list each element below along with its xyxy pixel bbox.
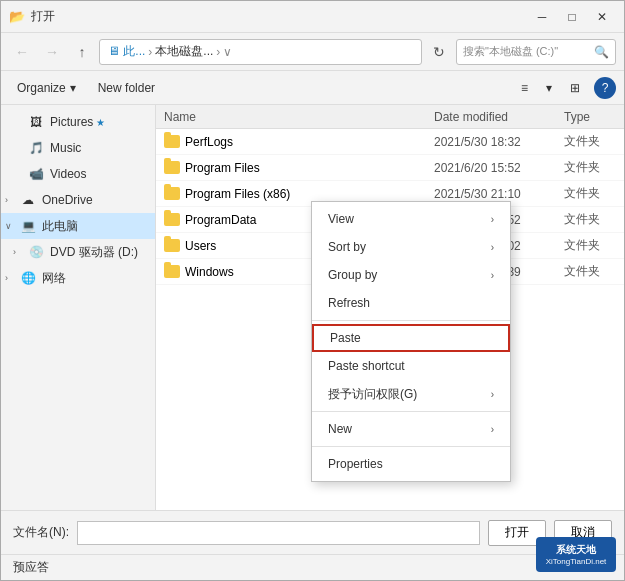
grid-view-button[interactable]: ⊞ [562, 75, 588, 101]
dvd-icon: 💿 [27, 243, 45, 261]
context-menu: View › Sort by › Group by › Refresh Past… [311, 201, 511, 482]
file-type: 文件夹 [564, 211, 624, 228]
pinned-icon: ★ [96, 117, 105, 128]
videos-icon: 📹 [27, 165, 45, 183]
title-controls: ─ □ ✕ [528, 3, 616, 31]
expand-arrow: › [5, 195, 19, 205]
table-row[interactable]: Program Files 2021/6/20 15:52 文件夹 [156, 155, 624, 181]
path-part-1: 🖥 此... [108, 43, 145, 60]
file-dialog-window: 📂 打开 ─ □ ✕ ← → ↑ 🖥 此... › 本地磁盘... › ∨ ↻ … [0, 0, 625, 581]
filename-label: 文件名(N): [13, 524, 69, 541]
close-button[interactable]: ✕ [588, 3, 616, 31]
watermark-line2: XiTongTianDi.net [546, 557, 607, 566]
file-type: 文件夹 [564, 185, 624, 202]
submenu-arrow: › [491, 242, 494, 253]
folder-icon [164, 187, 180, 200]
help-button[interactable]: ? [594, 77, 616, 99]
file-type: 文件夹 [564, 263, 624, 280]
sidebar-item-network[interactable]: › 🌐 网络 [1, 265, 155, 291]
context-menu-separator [312, 411, 510, 412]
filename-input[interactable] [77, 521, 480, 545]
context-menu-properties[interactable]: Properties [312, 450, 510, 478]
context-menu-refresh[interactable]: Refresh [312, 289, 510, 317]
path-dropdown[interactable]: ∨ [223, 45, 232, 59]
music-icon: 🎵 [27, 139, 45, 157]
context-menu-group-by[interactable]: Group by › [312, 261, 510, 289]
organize-button[interactable]: Organize ▾ [9, 75, 84, 101]
toolbar: Organize ▾ New folder ≡ ▾ ⊞ ? [1, 71, 624, 105]
expand-arrow: ∨ [5, 221, 19, 231]
title-text: 打开 [31, 8, 528, 25]
context-menu-grant-access[interactable]: 授予访问权限(G) › [312, 380, 510, 408]
footer-label: 预应答 [13, 559, 49, 576]
address-bar: ← → ↑ 🖥 此... › 本地磁盘... › ∨ ↻ 搜索"本地磁盘 (C:… [1, 33, 624, 71]
organize-arrow: ▾ [70, 81, 76, 95]
up-button[interactable]: ↑ [69, 39, 95, 65]
title-bar: 📂 打开 ─ □ ✕ [1, 1, 624, 33]
file-name: Program Files [156, 161, 434, 175]
view-dropdown-button[interactable]: ▾ [538, 75, 560, 101]
folder-icon [164, 135, 180, 148]
file-date: 2021/6/20 15:52 [434, 161, 564, 175]
sidebar-item-videos[interactable]: 📹 Videos [1, 161, 155, 187]
bottom-bar: 文件名(N): 打开 取消 [1, 510, 624, 554]
folder-icon [164, 265, 180, 278]
sidebar-item-dvd[interactable]: › 💿 DVD 驱动器 (D:) [1, 239, 155, 265]
onedrive-icon: ☁ [19, 191, 37, 209]
header-name[interactable]: Name [156, 110, 434, 124]
file-type: 文件夹 [564, 159, 624, 176]
sidebar: 🖼 Pictures ★ 🎵 Music 📹 Videos › ☁ OneDri… [1, 105, 156, 510]
maximize-button[interactable]: □ [558, 3, 586, 31]
list-view-button[interactable]: ≡ [513, 75, 536, 101]
watermark-line1: 系统天地 [556, 543, 596, 557]
submenu-arrow: › [491, 270, 494, 281]
context-menu-paste-shortcut[interactable]: Paste shortcut [312, 352, 510, 380]
search-placeholder: 搜索"本地磁盘 (C:)" [463, 44, 558, 59]
search-icon[interactable]: 🔍 [594, 45, 609, 59]
title-icon: 📂 [9, 9, 25, 25]
context-menu-paste[interactable]: Paste [312, 324, 510, 352]
file-name: PerfLogs [156, 135, 434, 149]
sidebar-item-music[interactable]: 🎵 Music [1, 135, 155, 161]
new-folder-button[interactable]: New folder [90, 75, 163, 101]
header-date[interactable]: Date modified [434, 110, 564, 124]
back-button[interactable]: ← [9, 39, 35, 65]
context-menu-sort-by[interactable]: Sort by › [312, 233, 510, 261]
file-list-header: Name Date modified Type [156, 105, 624, 129]
sidebar-item-thispc[interactable]: ∨ 💻 此电脑 [1, 213, 155, 239]
table-row[interactable]: PerfLogs 2021/5/30 18:32 文件夹 [156, 129, 624, 155]
thispc-icon: 💻 [19, 217, 37, 235]
context-menu-new[interactable]: New › [312, 415, 510, 443]
forward-button[interactable]: → [39, 39, 65, 65]
view-buttons: ≡ ▾ ⊞ [513, 75, 588, 101]
file-name: Program Files (x86) [156, 187, 434, 201]
folder-icon [164, 161, 180, 174]
search-box[interactable]: 搜索"本地磁盘 (C:)" 🔍 [456, 39, 616, 65]
submenu-arrow: › [491, 214, 494, 225]
expand-arrow: › [13, 247, 27, 257]
context-menu-separator [312, 446, 510, 447]
submenu-arrow: › [491, 424, 494, 435]
pictures-icon: 🖼 [27, 113, 45, 131]
context-menu-view[interactable]: View › [312, 205, 510, 233]
minimize-button[interactable]: ─ [528, 3, 556, 31]
context-menu-separator [312, 320, 510, 321]
footer-area: 预应答 [1, 554, 624, 580]
file-type: 文件夹 [564, 133, 624, 150]
folder-icon [164, 213, 180, 226]
folder-icon [164, 239, 180, 252]
submenu-arrow: › [491, 389, 494, 400]
path-part-2: 本地磁盘... [155, 43, 213, 60]
file-date: 2021/5/30 18:32 [434, 135, 564, 149]
sidebar-item-pictures[interactable]: 🖼 Pictures ★ [1, 109, 155, 135]
watermark: 系统天地 XiTongTianDi.net [536, 537, 616, 572]
expand-arrow: › [5, 273, 19, 283]
refresh-button[interactable]: ↻ [426, 39, 452, 65]
header-type[interactable]: Type [564, 110, 624, 124]
sidebar-item-onedrive[interactable]: › ☁ OneDrive [1, 187, 155, 213]
network-icon: 🌐 [19, 269, 37, 287]
address-path[interactable]: 🖥 此... › 本地磁盘... › ∨ [99, 39, 422, 65]
file-date: 2021/5/30 21:10 [434, 187, 564, 201]
file-type: 文件夹 [564, 237, 624, 254]
